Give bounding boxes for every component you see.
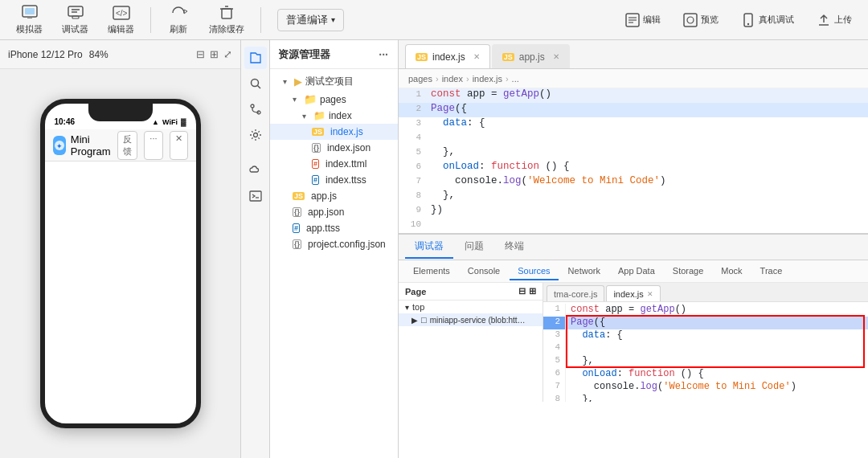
debugger-tab-issues[interactable]: 问题 — [455, 236, 493, 259]
pages-folder-icon: 📁 — [304, 93, 317, 105]
src-line-4: 4 — [543, 342, 868, 355]
tree-item-project[interactable]: ▾ ▶ 测试空项目 — [270, 72, 398, 91]
tab-app-js[interactable]: JS app.js ✕ — [492, 44, 570, 68]
svg-text:✦: ✦ — [56, 142, 63, 150]
sub-tab-network[interactable]: Network — [560, 263, 608, 280]
index-folder-label: index — [329, 110, 352, 121]
breadcrumb: pages › index › index.js › ... — [399, 69, 868, 88]
svg-rect-3 — [68, 6, 83, 16]
debugger-tab-main[interactable]: 调试器 — [405, 236, 453, 259]
side-icon-git[interactable] — [244, 98, 267, 121]
tab-index-js-icon: JS — [416, 53, 428, 61]
breadcrumb-pages: pages — [408, 74, 432, 84]
file-panel-menu-btn[interactable]: ··· — [377, 47, 390, 63]
tab-app-js-close[interactable]: ✕ — [553, 52, 559, 61]
app-js-label: app.js — [311, 190, 337, 202]
project-folder-icon: ▶ — [294, 76, 302, 88]
sub-tab-mock[interactable]: Mock — [713, 263, 750, 280]
sources-tab-index-js-close[interactable]: ✕ — [647, 290, 653, 298]
clear-label: 清除缓存 — [209, 23, 244, 35]
side-icon-settings[interactable] — [244, 124, 267, 146]
sources-tree-expand: ▾ — [405, 303, 409, 312]
simulator-label: 模拟器 — [16, 23, 43, 35]
debugger-panel: 调试器 问题 终端 Elements Console Sources Netwo… — [399, 233, 868, 402]
toolbar-edit[interactable]: 编辑 — [619, 10, 667, 31]
grid-icon[interactable]: ⊞ — [210, 48, 219, 60]
json-file-icon: {} — [312, 143, 321, 153]
debugger-label: 调试器 — [62, 23, 88, 35]
toolbar-clear[interactable]: 清除缓存 — [203, 1, 251, 39]
tree-item-app-ttss[interactable]: # app.ttss — [270, 220, 398, 236]
code-editor[interactable]: 1 const app = getApp() 2 Page({ 3 data: … — [399, 88, 868, 233]
tree-item-app-json[interactable]: {} app.json — [270, 204, 398, 220]
toolbar-simulator[interactable]: 模拟器 — [10, 1, 49, 39]
sources-code-area: tma-core.js index.js ✕ 1 const app = get — [543, 283, 868, 402]
side-icon-files[interactable] — [244, 47, 267, 69]
translate-button[interactable]: 普通编译 ▾ — [277, 9, 344, 31]
tab-index-js[interactable]: JS index.js ✕ — [405, 44, 490, 68]
sub-tab-appdata[interactable]: App Data — [610, 263, 663, 280]
src-line-2: 2 Page({ — [543, 317, 868, 329]
sub-tab-trace[interactable]: Trace — [752, 263, 791, 280]
svg-rect-2 — [27, 17, 32, 18]
tree-item-pages[interactable]: ▾ 📁 pages — [270, 91, 398, 108]
tree-item-app-js[interactable]: JS app.js — [270, 188, 398, 204]
expand-icon[interactable]: ⤢ — [223, 48, 232, 60]
tree-expand-icon: ▾ — [283, 77, 291, 86]
side-icon-terminal[interactable] — [244, 185, 267, 207]
sources-tree-top-label: top — [412, 302, 424, 312]
sources-file-tabs: tma-core.js index.js ✕ — [543, 283, 868, 302]
debugger-tab-terminal[interactable]: 终端 — [495, 236, 534, 259]
svg-rect-10 — [222, 9, 231, 18]
tree-item-index-js[interactable]: JS index.js — [270, 124, 398, 140]
side-icon-search[interactable] — [244, 72, 267, 95]
edit-label: 编辑 — [643, 14, 661, 26]
tree-item-index-ttss[interactable]: # index.ttss — [270, 172, 398, 188]
phone-app-icon: ✦ — [53, 136, 66, 155]
toolbar-debugger[interactable]: 调试器 — [55, 1, 95, 39]
sources-tab-tma-core[interactable]: tma-core.js — [547, 285, 604, 301]
side-icon-cloud[interactable] — [244, 159, 267, 182]
sources-toolbar-icon2[interactable]: ⊞ — [529, 286, 536, 296]
tab-index-js-close[interactable]: ✕ — [473, 52, 480, 61]
code-line-7: 7 console.log('Welcome to Mini Code') — [399, 175, 868, 190]
sources-toolbar-icon1[interactable]: ⊟ — [518, 286, 526, 296]
preview-icon — [683, 13, 698, 27]
tree-item-index-ttml[interactable]: # index.ttml — [270, 156, 398, 172]
tree-item-index-json[interactable]: {} index.json — [270, 140, 398, 156]
sub-tab-storage[interactable]: Storage — [665, 263, 712, 280]
sub-tab-elements[interactable]: Elements — [405, 263, 458, 280]
project-config-label: project.config.json — [308, 239, 386, 250]
translate-dropdown-icon: ▾ — [331, 15, 335, 24]
refresh-icon — [167, 4, 190, 22]
sources-panel: Page ⊟ ⊞ ▾ top ▶ □ mi — [399, 283, 543, 402]
folder-icon: □ — [421, 315, 427, 325]
sub-tab-sources[interactable]: Sources — [510, 263, 558, 280]
svg-point-28 — [253, 133, 257, 137]
toolbar-editor[interactable]: </> 编辑器 — [101, 1, 141, 39]
battery-icon: ▓ — [181, 118, 186, 126]
tree-item-index-folder[interactable]: ▾ 📁 index — [270, 108, 398, 124]
feedback-button[interactable]: 反馈 — [117, 131, 137, 160]
toolbar-upload[interactable]: 上传 — [810, 10, 858, 31]
file-panel-header-actions: ··· — [377, 47, 390, 63]
sub-tab-console[interactable]: Console — [460, 263, 508, 280]
toolbar-refresh[interactable]: 刷新 — [161, 1, 196, 39]
index-ttml-label: index.ttml — [326, 158, 366, 170]
js-file-icon: JS — [312, 128, 324, 136]
toolbar-preview[interactable]: 预览 — [677, 10, 725, 31]
toolbar-real-device[interactable]: 真机调试 — [735, 10, 800, 31]
code-line-2: 2 Page({ — [399, 103, 868, 117]
sources-tab-index-js[interactable]: index.js ✕ — [606, 285, 660, 301]
sources-code-inner: 1 const app = getApp() 2 Page({ 3 data: … — [543, 302, 868, 402]
close-button[interactable]: ✕ — [170, 131, 188, 160]
sources-tree-miniapp[interactable]: ▶ □ miniapp-service (blob:http://127... — [399, 313, 542, 326]
sources-tree-top[interactable]: ▾ top — [399, 301, 542, 313]
sources-code-view[interactable]: 1 const app = getApp() 2 Page({ 3 data: … — [543, 302, 868, 402]
more-button[interactable]: ··· — [144, 131, 162, 160]
sub-tab-trace-label: Trace — [760, 266, 783, 276]
screen-icon[interactable]: ⊟ — [196, 48, 205, 60]
tree-item-project-config[interactable]: {} project.config.json — [270, 236, 398, 252]
sub-tab-mock-label: Mock — [721, 266, 742, 276]
breadcrumb-more: ... — [512, 74, 519, 84]
